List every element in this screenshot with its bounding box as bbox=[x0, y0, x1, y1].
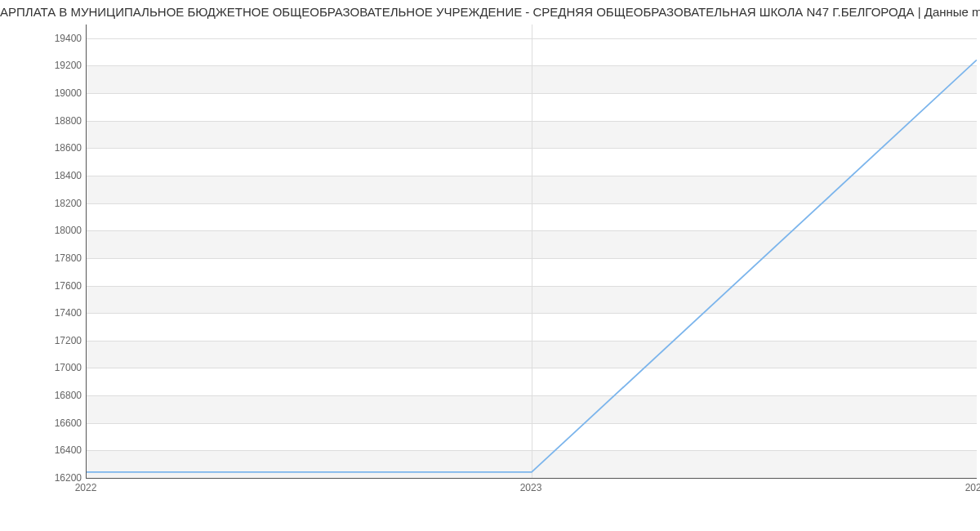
chart-title: АРПЛАТА В МУНИЦИПАЛЬНОЕ БЮДЖЕТНОЕ ОБЩЕОБ… bbox=[0, 5, 980, 19]
y-tick-label: 19200 bbox=[8, 60, 82, 71]
y-tick-label: 16400 bbox=[8, 444, 82, 456]
y-tick-label: 18800 bbox=[8, 115, 82, 127]
line-plot bbox=[87, 25, 977, 478]
y-tick-label: 16600 bbox=[8, 417, 82, 429]
x-tick-label: 2024 bbox=[965, 482, 980, 493]
gridline-y bbox=[87, 478, 977, 479]
x-tick-label: 2023 bbox=[520, 482, 542, 493]
plot-area bbox=[86, 25, 977, 479]
y-tick-label: 18600 bbox=[8, 142, 82, 154]
y-tick-label: 17000 bbox=[8, 362, 82, 373]
y-tick-label: 17800 bbox=[8, 252, 82, 264]
x-tick-label: 2022 bbox=[75, 482, 97, 493]
y-tick-label: 16800 bbox=[8, 390, 82, 401]
y-tick-label: 17600 bbox=[8, 280, 82, 292]
y-tick-label: 17200 bbox=[8, 335, 82, 346]
y-tick-label: 17400 bbox=[8, 307, 82, 319]
y-tick-label: 18200 bbox=[8, 198, 82, 209]
y-tick-label: 16200 bbox=[8, 472, 82, 484]
y-tick-label: 18000 bbox=[8, 225, 82, 236]
y-tick-label: 19400 bbox=[8, 33, 82, 44]
y-tick-label: 19000 bbox=[8, 87, 82, 99]
y-tick-label: 18400 bbox=[8, 170, 82, 181]
